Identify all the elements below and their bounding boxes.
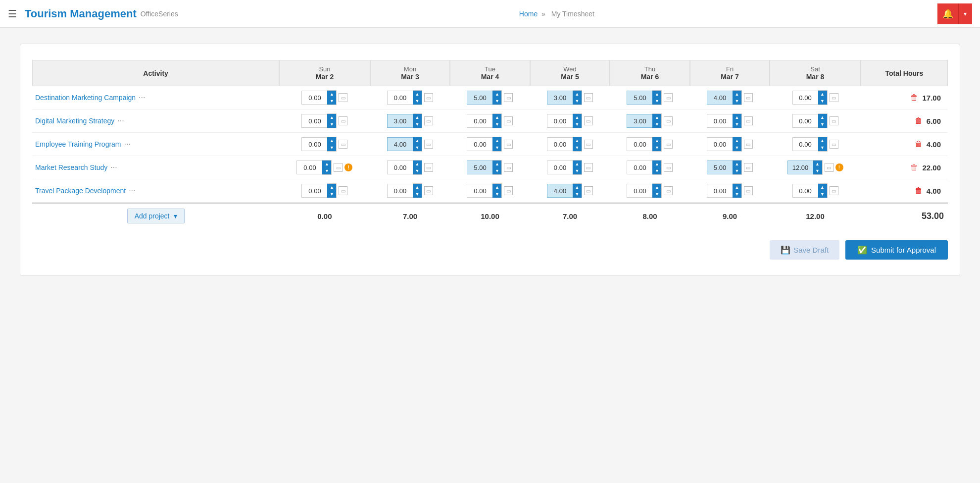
hour-up-sat[interactable]: ▲ [818, 91, 827, 98]
hour-up-mon[interactable]: ▲ [413, 161, 422, 167]
hour-input-wed[interactable] [547, 161, 573, 174]
hour-up-fri[interactable]: ▲ [733, 137, 741, 144]
note-icon-sat-1[interactable]: ▭ [830, 116, 838, 125]
hour-down-mon[interactable]: ▼ [413, 191, 422, 198]
delete-row-icon[interactable]: 🗑 [915, 186, 923, 195]
note-icon-sun-0[interactable]: ▭ [339, 93, 347, 102]
note-icon-sat-2[interactable]: ▭ [830, 140, 838, 149]
hour-up-sun[interactable]: ▲ [327, 137, 336, 144]
note-icon-sat-3[interactable]: ▭ [825, 163, 833, 172]
delete-row-icon[interactable]: 🗑 [910, 163, 918, 172]
hour-up-wed[interactable]: ▲ [573, 91, 582, 98]
hour-down-mon[interactable]: ▼ [413, 98, 422, 105]
hour-input-wed[interactable] [547, 114, 573, 128]
note-icon-sun-4[interactable]: ▭ [339, 186, 347, 195]
hour-down-wed[interactable]: ▼ [573, 98, 582, 105]
note-icon-tue-2[interactable]: ▭ [504, 140, 513, 149]
hour-input-sat[interactable] [792, 184, 818, 198]
hour-input-mon[interactable] [387, 91, 413, 105]
note-icon-mon-3[interactable]: ▭ [424, 163, 433, 172]
hour-down-tue[interactable]: ▼ [492, 144, 501, 151]
note-icon-mon-2[interactable]: ▭ [424, 140, 433, 149]
note-icon-fri-2[interactable]: ▭ [744, 140, 753, 149]
hour-down-sat[interactable]: ▼ [818, 98, 827, 105]
note-icon-sat-0[interactable]: ▭ [830, 93, 838, 102]
hour-up-wed[interactable]: ▲ [573, 184, 582, 191]
note-icon-tue-3[interactable]: ▭ [504, 163, 513, 172]
hour-down-sat[interactable]: ▼ [818, 144, 827, 151]
menu-icon[interactable]: ☰ [8, 8, 17, 20]
user-dropdown-button[interactable]: ▾ [958, 3, 972, 24]
hour-input-sun[interactable] [296, 161, 322, 174]
hour-up-sun[interactable]: ▲ [327, 114, 336, 121]
note-icon-thu-4[interactable]: ▭ [664, 186, 673, 195]
note-icon-sun-3[interactable]: ▭ [334, 163, 343, 172]
hour-up-sat[interactable]: ▲ [813, 161, 822, 167]
note-icon-wed-1[interactable]: ▭ [584, 116, 593, 125]
note-icon-wed-4[interactable]: ▭ [584, 186, 593, 195]
hour-input-thu[interactable] [627, 137, 652, 151]
hour-up-sun[interactable]: ▲ [327, 91, 336, 98]
hour-input-tue[interactable] [467, 114, 492, 128]
note-icon-tue-4[interactable]: ▭ [504, 186, 513, 195]
hour-input-thu[interactable] [627, 184, 652, 198]
hour-up-tue[interactable]: ▲ [492, 161, 501, 167]
hour-down-wed[interactable]: ▼ [573, 191, 582, 198]
hour-up-wed[interactable]: ▲ [573, 114, 582, 121]
breadcrumb-home[interactable]: Home [519, 10, 538, 18]
hour-down-mon[interactable]: ▼ [413, 167, 422, 174]
hour-up-thu[interactable]: ▲ [652, 161, 661, 167]
hour-down-fri[interactable]: ▼ [733, 121, 741, 128]
hour-up-sat[interactable]: ▲ [818, 137, 827, 144]
hour-input-fri[interactable] [707, 91, 733, 105]
hour-down-sun[interactable]: ▼ [327, 121, 336, 128]
activity-dots-menu[interactable]: ··· [129, 186, 135, 195]
hour-input-thu[interactable] [627, 91, 652, 105]
hour-down-fri[interactable]: ▼ [733, 191, 741, 198]
hour-input-fri[interactable] [707, 137, 733, 151]
hour-down-wed[interactable]: ▼ [573, 167, 582, 174]
note-icon-tue-1[interactable]: ▭ [504, 116, 513, 125]
note-icon-fri-1[interactable]: ▭ [744, 116, 753, 125]
hour-down-sun[interactable]: ▼ [327, 98, 336, 105]
hour-down-fri[interactable]: ▼ [733, 167, 741, 174]
hour-down-thu[interactable]: ▼ [652, 98, 661, 105]
hour-up-sun[interactable]: ▲ [322, 161, 331, 167]
hour-up-thu[interactable]: ▲ [652, 184, 661, 191]
save-draft-button[interactable]: 💾 Save Draft [770, 240, 839, 260]
hour-input-sun[interactable] [301, 114, 327, 128]
note-icon-sun-2[interactable]: ▭ [339, 140, 347, 149]
delete-row-icon[interactable]: 🗑 [915, 116, 923, 125]
add-project-button[interactable]: Add project ▾ [127, 209, 185, 223]
hour-down-mon[interactable]: ▼ [413, 144, 422, 151]
hour-up-thu[interactable]: ▲ [652, 114, 661, 121]
hour-down-tue[interactable]: ▼ [492, 167, 501, 174]
hour-input-mon[interactable] [387, 161, 413, 174]
hour-up-thu[interactable]: ▲ [652, 91, 661, 98]
hour-input-sat[interactable] [787, 161, 813, 174]
hour-down-sat[interactable]: ▼ [813, 167, 822, 174]
hour-down-tue[interactable]: ▼ [492, 191, 501, 198]
hour-down-wed[interactable]: ▼ [573, 121, 582, 128]
hour-input-wed[interactable] [547, 184, 573, 198]
hour-input-mon[interactable] [387, 184, 413, 198]
hour-input-sat[interactable] [792, 114, 818, 128]
note-icon-wed-3[interactable]: ▭ [584, 163, 593, 172]
hour-up-fri[interactable]: ▲ [733, 161, 741, 167]
hour-input-tue[interactable] [467, 184, 492, 198]
note-icon-fri-4[interactable]: ▭ [744, 186, 753, 195]
hour-input-fri[interactable] [707, 161, 733, 174]
hour-up-sat[interactable]: ▲ [818, 114, 827, 121]
hour-up-sat[interactable]: ▲ [818, 184, 827, 191]
hour-input-sun[interactable] [301, 184, 327, 198]
hour-input-sat[interactable] [792, 137, 818, 151]
hour-input-tue[interactable] [467, 137, 492, 151]
hour-up-mon[interactable]: ▲ [413, 184, 422, 191]
hour-down-thu[interactable]: ▼ [652, 191, 661, 198]
hour-input-mon[interactable] [387, 114, 413, 128]
hour-down-tue[interactable]: ▼ [492, 98, 501, 105]
hour-up-thu[interactable]: ▲ [652, 137, 661, 144]
hour-down-thu[interactable]: ▼ [652, 167, 661, 174]
hour-up-wed[interactable]: ▲ [573, 161, 582, 167]
note-icon-sat-4[interactable]: ▭ [830, 186, 838, 195]
